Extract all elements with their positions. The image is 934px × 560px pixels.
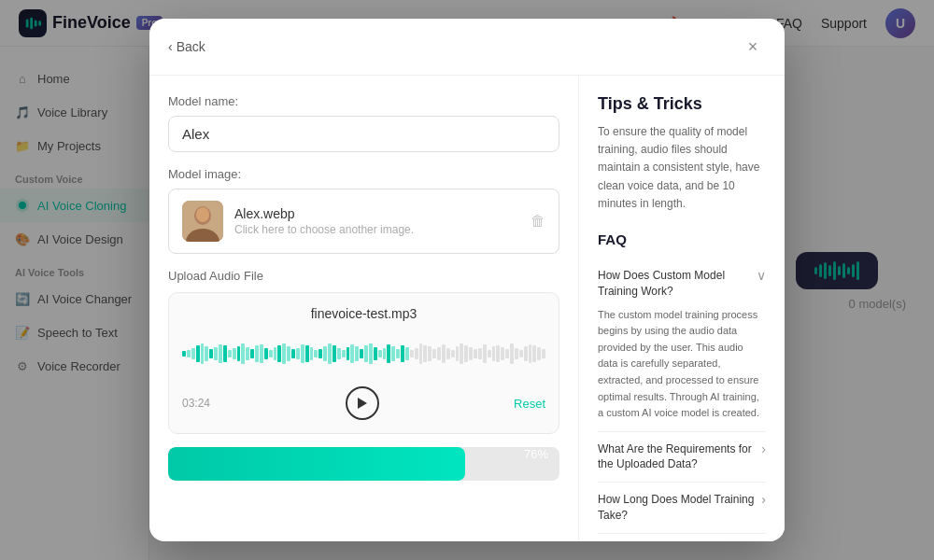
wv-bar [478, 348, 482, 359]
wv-bar [378, 350, 382, 357]
back-chevron-icon: ‹ [168, 39, 173, 54]
wv-bar [246, 347, 249, 360]
modal-right-panel: Tips & Tricks To ensure the quality of m… [579, 76, 785, 541]
wv-bar [532, 345, 536, 362]
wv-bar [201, 343, 205, 364]
wv-bar [237, 346, 241, 361]
modal: ‹ Back × Model name: Model image: [149, 19, 785, 541]
wv-bar [383, 348, 387, 359]
wv-bar [214, 347, 218, 360]
close-button[interactable]: × [740, 34, 766, 60]
wv-bar [287, 346, 290, 361]
wv-bar [529, 344, 532, 363]
model-name-label: Model name: [168, 94, 559, 108]
wv-bar [301, 344, 304, 363]
wv-bar [219, 344, 222, 363]
tips-body: To ensure the quality of model training,… [598, 123, 766, 213]
faq-question-text-2: What Are the Requirements for the Upload… [598, 441, 756, 473]
wv-bar [228, 350, 232, 357]
wv-bar [187, 350, 191, 357]
faq-item-3: How Long Does Model Training Take? › [598, 483, 766, 534]
wv-bar [456, 346, 460, 361]
back-label: Back [177, 39, 205, 54]
faq-answer-1: The custom model training process begins… [598, 307, 766, 422]
faq-chevron-3: › [761, 492, 766, 507]
audio-filename: finevoice-test.mp3 [182, 306, 545, 321]
modal-left-panel: Model name: Model image: Alex.webp [149, 76, 579, 541]
modal-header: ‹ Back × [149, 19, 785, 76]
faq-item-4: Will My Custom Model Be Public? › [598, 534, 766, 541]
faq-item-2: What Are the Requirements for the Upload… [598, 432, 766, 483]
wv-bar [205, 346, 208, 361]
faq-question-2[interactable]: What Are the Requirements for the Upload… [598, 441, 766, 473]
wv-bar [314, 350, 318, 357]
progress-bar-container: 76% [168, 447, 559, 481]
faq-title: FAQ [598, 231, 766, 247]
wv-bar [241, 343, 245, 364]
delete-image-button[interactable]: 🗑 [531, 213, 545, 230]
model-image-filename: Alex.webp [234, 206, 519, 221]
wv-bar [469, 347, 473, 360]
wv-bar [191, 348, 195, 359]
model-image-thumb [182, 201, 223, 242]
wv-bar [355, 346, 359, 361]
faq-question-1[interactable]: How Does Custom Model Training Work? ∨ [598, 268, 766, 300]
wv-bar [274, 347, 277, 360]
wv-bar [515, 348, 518, 359]
wv-bar [337, 348, 341, 359]
wv-bar [437, 347, 441, 360]
wv-bar [432, 349, 436, 358]
wv-bar [305, 345, 309, 362]
wv-bar [496, 345, 500, 362]
wv-bar [209, 349, 213, 358]
wv-bar [423, 345, 427, 362]
wv-bar [460, 343, 463, 364]
faq-question-text-3: How Long Does Model Training Take? [598, 492, 756, 524]
wv-bar [396, 349, 400, 358]
wv-bar [415, 348, 418, 359]
back-button[interactable]: ‹ Back [168, 39, 205, 54]
model-name-input[interactable] [168, 116, 559, 152]
wv-bar [310, 347, 314, 360]
wv-bar [350, 344, 354, 363]
wv-bar [291, 349, 295, 358]
model-image-label: Model image: [168, 167, 559, 181]
wv-bar [442, 344, 446, 363]
wv-bar [323, 346, 327, 361]
wv-bar [223, 345, 227, 362]
svg-point-9 [196, 207, 209, 222]
audio-upload-box: finevoice-test.mp3 03:24 Reset [168, 292, 559, 434]
wv-bar [505, 349, 509, 358]
wv-bar [250, 349, 254, 358]
wv-bar [318, 349, 322, 358]
wv-bar [492, 346, 496, 361]
wv-bar [260, 344, 263, 363]
wv-bar [410, 350, 414, 357]
model-image-info: Alex.webp Click here to choose another i… [234, 206, 519, 236]
wv-bar [451, 350, 455, 357]
wv-bar [488, 350, 491, 357]
wv-bar [328, 343, 332, 364]
model-image-box[interactable]: Alex.webp Click here to choose another i… [168, 189, 559, 254]
wv-bar [510, 343, 514, 364]
play-button[interactable] [346, 386, 379, 420]
faq-item-1: How Does Custom Model Training Work? ∨ T… [598, 259, 766, 432]
wv-bar [387, 344, 390, 363]
reset-button[interactable]: Reset [514, 397, 545, 411]
wv-bar [264, 348, 268, 359]
wv-bar [542, 349, 545, 358]
model-image-subtitle: Click here to choose another image. [234, 223, 519, 236]
wv-bar [405, 347, 409, 360]
wv-bar [483, 344, 487, 363]
wv-bar [419, 343, 423, 364]
progress-text: 76% [524, 447, 548, 461]
wv-bar [282, 343, 286, 364]
faq-question-3[interactable]: How Long Does Model Training Take? › [598, 492, 766, 524]
play-icon [357, 397, 368, 410]
progress-fill [168, 447, 465, 481]
wv-bar [524, 346, 528, 361]
wv-bar [446, 348, 450, 359]
wv-bar [296, 348, 300, 359]
wv-bar [364, 345, 368, 362]
faq-chevron-1: ∨ [757, 268, 766, 283]
